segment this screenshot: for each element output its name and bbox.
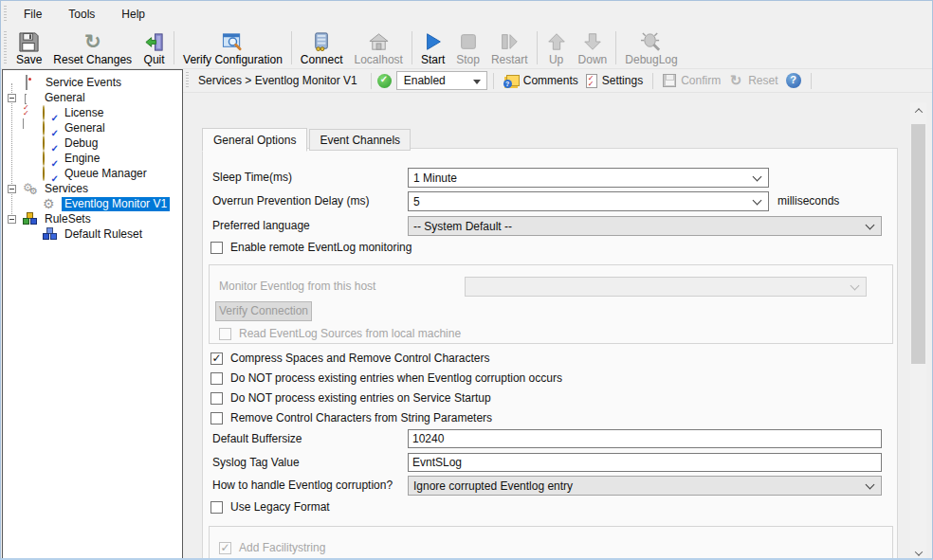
menu-file[interactable]: File xyxy=(10,4,55,25)
legacy-format-checkbox[interactable] xyxy=(210,501,223,514)
tree-item-engine[interactable]: Engine xyxy=(3,151,182,166)
help-button[interactable] xyxy=(782,73,805,88)
menubar: File Tools Help xyxy=(1,1,932,27)
facility-checkbox[interactable] xyxy=(219,542,231,554)
stop-button[interactable]: Stop xyxy=(450,27,485,68)
localhost-button[interactable]: Localhost xyxy=(349,27,409,68)
confirm-icon xyxy=(663,74,676,87)
preferred-language-dropdown[interactable]: -- System Default -- xyxy=(408,216,882,236)
option-ball-icon xyxy=(43,136,57,151)
up-icon xyxy=(546,29,567,54)
gears-icon xyxy=(23,182,37,196)
service-state-dropdown[interactable]: Enabled xyxy=(396,71,487,90)
no-process-startup-row: Do NOT process existing entries on Servi… xyxy=(210,391,491,405)
remove-control-chars-row: Remove Control Characters from String Pa… xyxy=(210,411,492,425)
save-button[interactable]: Save xyxy=(10,27,47,68)
save-icon xyxy=(18,29,40,54)
menu-tools[interactable]: Tools xyxy=(55,4,108,25)
sleep-time-dropdown[interactable]: 1 Minute xyxy=(408,168,769,188)
start-button[interactable]: Start xyxy=(415,27,450,68)
sleep-time-label: Sleep Time(ms) xyxy=(212,168,292,188)
expander-minus-icon[interactable] xyxy=(8,185,16,193)
restart-button[interactable]: Restart xyxy=(485,27,534,68)
tree-item-general[interactable]: General xyxy=(3,90,182,105)
toolbar-separator xyxy=(371,73,372,89)
general-options-panel: Sleep Time(ms) 1 Minute Overrun Preventi… xyxy=(202,148,898,560)
syslog-tag-input[interactable] xyxy=(408,453,882,472)
enable-remote-monitoring-checkbox[interactable] xyxy=(210,242,223,254)
overrun-delay-label: Overrun Prevention Delay (ms) xyxy=(212,191,369,211)
no-process-startup-checkbox[interactable] xyxy=(210,392,223,405)
toolbar-separator xyxy=(811,73,812,89)
enabled-check-icon xyxy=(377,74,392,88)
menu-help[interactable]: Help xyxy=(108,4,158,25)
tab-general-options[interactable]: General Options xyxy=(202,128,307,152)
settings-button[interactable]: Settings xyxy=(582,74,647,88)
quit-icon xyxy=(143,29,165,54)
connect-button[interactable]: Connect xyxy=(295,27,349,68)
scrollbar-up-icon[interactable] xyxy=(910,102,926,118)
preferred-language-label: Preferred language xyxy=(212,216,310,236)
toolbar-grip xyxy=(4,31,7,63)
vertical-scrollbar[interactable] xyxy=(910,102,926,560)
read-sources-checkbox[interactable] xyxy=(219,328,231,340)
reset-button[interactable]: Reset xyxy=(724,73,781,88)
facility-row: Add Facilitystring xyxy=(219,541,325,554)
toolbar: Save ↻ Reset Changes Quit Verify Configu… xyxy=(1,27,932,69)
content-area: General Options Event Channels Sleep Tim… xyxy=(183,93,932,560)
toolbar-separator xyxy=(174,31,174,64)
reset-changes-button[interactable]: ↻ Reset Changes xyxy=(47,27,137,68)
tree-item-eventlog-monitor-v1[interactable]: Eventlog Monitor V1 xyxy=(3,196,182,211)
toolbar-separator xyxy=(652,73,653,89)
chevron-down-icon xyxy=(753,172,762,182)
breadcrumb: Services > Eventlog Monitor V1 xyxy=(198,74,357,87)
quit-button[interactable]: Quit xyxy=(137,27,171,68)
tree-item-service-events[interactable]: Service Events xyxy=(3,75,182,90)
scrollbar-thumb[interactable] xyxy=(911,124,925,364)
option-ball-icon xyxy=(43,106,57,120)
monitor-host-dropdown[interactable] xyxy=(465,277,867,297)
syslog-tag-label: Syslog Tag Value xyxy=(212,453,300,473)
service-toolbar: Services > Eventlog Monitor V1 Enabled C… xyxy=(183,69,932,93)
debuglog-icon xyxy=(640,29,662,54)
no-process-corruption-checkbox[interactable] xyxy=(210,372,223,385)
toolbar-separator xyxy=(615,31,616,64)
down-button[interactable]: Down xyxy=(573,27,613,68)
debuglog-button[interactable]: DebugLog xyxy=(619,27,683,68)
reset-icon xyxy=(728,73,743,88)
comments-button[interactable]: Comments xyxy=(500,74,582,88)
verify-configuration-button[interactable]: Verify Configuration xyxy=(177,27,288,68)
chevron-down-icon xyxy=(866,221,875,230)
read-sources-row: Read EventLog Sources from local machine xyxy=(219,327,461,340)
legacy-format-row: Use Legacy Format xyxy=(210,500,330,514)
toolbar-separator xyxy=(537,31,538,64)
overrun-delay-dropdown[interactable]: 5 xyxy=(408,191,769,211)
corruption-handling-dropdown[interactable]: Ignore corrupted Eventlog entry xyxy=(408,476,882,496)
facility-group: Add Facilitystring xyxy=(209,526,893,560)
buffersize-input[interactable] xyxy=(408,429,882,448)
confirm-button[interactable]: Confirm xyxy=(659,74,724,87)
cubes-icon xyxy=(23,212,37,226)
tree-item-rulesets[interactable]: RuleSets xyxy=(3,211,182,226)
compress-spaces-checkbox[interactable] xyxy=(210,352,223,365)
remote-monitoring-group: Monitor Eventlog from this host Verify C… xyxy=(209,264,893,344)
tree-item-general-sub[interactable]: General xyxy=(3,120,182,135)
up-button[interactable]: Up xyxy=(540,27,573,68)
tree-item-queue-manager[interactable]: Queue Manager xyxy=(3,166,182,181)
verify-connection-button[interactable]: Verify Connection xyxy=(215,301,312,321)
toolbar-separator xyxy=(493,73,494,89)
expander-minus-icon[interactable] xyxy=(8,94,16,102)
corruption-handling-label: How to handle Eventlog corruption? xyxy=(212,476,393,496)
monitor-host-label: Monitor Eventlog from this host xyxy=(219,277,375,297)
buffersize-label: Default Buffersize xyxy=(212,429,302,449)
expander-minus-icon[interactable] xyxy=(8,215,16,224)
tree-item-license[interactable]: License xyxy=(3,105,182,120)
tree-item-default-ruleset[interactable]: Default Ruleset xyxy=(3,226,182,242)
toolbar-grip xyxy=(4,6,7,23)
tab-event-channels[interactable]: Event Channels xyxy=(309,129,411,151)
remove-control-chars-checkbox[interactable] xyxy=(210,412,223,425)
tree-item-services[interactable]: Services xyxy=(3,181,182,196)
scrollbar-down-icon[interactable] xyxy=(910,545,926,560)
milliseconds-suffix: milliseconds xyxy=(778,191,839,211)
tree-item-debug[interactable]: Debug xyxy=(3,135,182,151)
